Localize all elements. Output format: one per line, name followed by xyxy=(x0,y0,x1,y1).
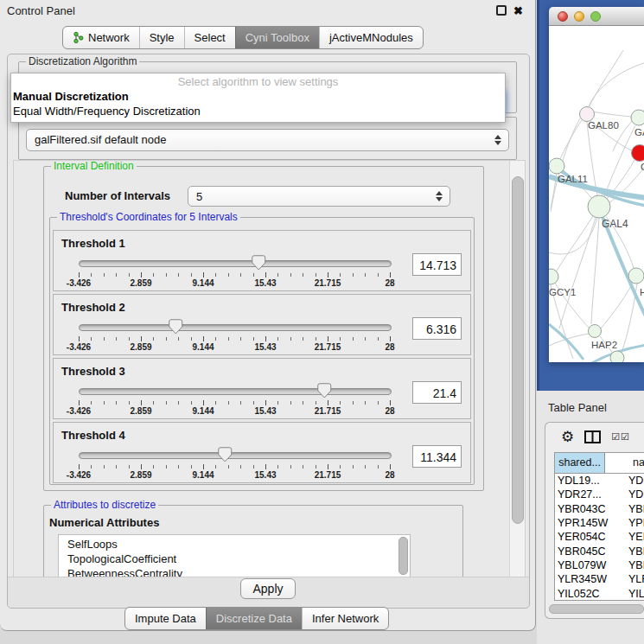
minimize-traffic-light-icon[interactable] xyxy=(574,11,584,22)
network-node-label: C xyxy=(641,162,644,172)
network-node-h[interactable] xyxy=(628,268,644,284)
slider-tick xyxy=(253,273,254,277)
slider-tick xyxy=(303,401,303,405)
tab-style[interactable]: Style xyxy=(139,27,184,48)
algorithm-option-manual[interactable]: Manual Discretization xyxy=(11,89,505,104)
threshold-4-value-field[interactable]: 11.344 xyxy=(412,445,462,468)
slider-tick xyxy=(141,464,142,469)
table-row[interactable]: YLR345WYLR3 xyxy=(555,572,644,586)
network-node[interactable] xyxy=(610,351,624,362)
slider-tick xyxy=(240,337,241,341)
threshold-4-slider[interactable]: -3.4262.8599.14415.4321.71528 xyxy=(79,449,390,480)
attribute-list-item[interactable]: SelfLoops xyxy=(59,537,410,552)
horizontal-scrollbar-thumb[interactable] xyxy=(549,604,644,614)
table-row[interactable]: YER054CYER0 xyxy=(555,530,644,544)
threshold-3-slider[interactable]: -3.4262.8599.14415.4321.71528 xyxy=(79,385,390,416)
slider-tick xyxy=(228,337,229,341)
vertical-scrollbar[interactable] xyxy=(509,161,525,577)
network-node-gal11[interactable] xyxy=(549,158,564,174)
attribute-list-item[interactable]: TopologicalCoefficient xyxy=(59,552,410,566)
slider-track[interactable] xyxy=(79,388,392,395)
tab-cyni-toolbox[interactable]: Cyni Toolbox xyxy=(235,27,319,48)
threshold-1-slider[interactable]: -3.4262.8599.14415.4321.71528 xyxy=(79,257,390,288)
slider-tick xyxy=(390,336,391,341)
slider-tick-label: 15.43 xyxy=(254,470,276,480)
slider-tick xyxy=(153,401,154,405)
slider-tick xyxy=(104,273,105,277)
table-data-select[interactable]: galFiltered.sif default node xyxy=(26,129,509,151)
slider-tick xyxy=(178,465,179,469)
slider-tick xyxy=(178,273,179,277)
table-row[interactable]: YIL052CYIL0 xyxy=(555,586,644,600)
slider-tick xyxy=(153,465,154,469)
table-row[interactable]: YDL19...YDL1 xyxy=(555,474,644,488)
slider-thumb[interactable] xyxy=(317,383,332,399)
algorithm-group-title: Discretization Algorithm xyxy=(26,55,139,67)
tab-select[interactable]: Select xyxy=(184,27,235,48)
threshold-3-value-field[interactable]: 21.4 xyxy=(412,381,462,404)
slider-tick xyxy=(253,337,254,341)
tab-jactivemnodules[interactable]: jActiveMNodules xyxy=(319,27,423,48)
algorithm-placeholder-option[interactable]: Select algorithm to view settings xyxy=(11,75,505,89)
list-scrollbar-thumb[interactable] xyxy=(399,537,408,575)
slider-tick xyxy=(191,337,192,341)
slider-track[interactable] xyxy=(79,260,392,267)
tab-network[interactable]: Network xyxy=(63,27,139,48)
slider-tick xyxy=(316,273,316,277)
table-row[interactable]: YDR27...YDR2 xyxy=(555,488,644,501)
checkbox-columns-icon[interactable]: ☑☑ xyxy=(611,431,630,443)
network-node-hap2[interactable] xyxy=(589,325,602,338)
node-table-card: ⚙ ☑☑ shared... na YDL19...YDL1YDR27...YD… xyxy=(545,422,644,619)
vertical-scrollbar-thumb[interactable] xyxy=(512,176,524,524)
close-icon[interactable]: ✖ xyxy=(513,6,523,16)
column-header-shared-name[interactable]: shared... xyxy=(555,453,605,473)
table-row[interactable]: YBL079WYBL0 xyxy=(555,558,644,572)
slider-tick xyxy=(178,401,179,405)
num-intervals-value: 5 xyxy=(196,190,202,203)
float-icon[interactable] xyxy=(496,5,507,16)
table-row[interactable]: YPR145WYPR1 xyxy=(555,516,644,530)
network-node-c[interactable] xyxy=(632,145,644,162)
node-table: shared... na YDL19...YDL1YDR27...YDR2YBR… xyxy=(554,452,644,601)
table-row[interactable]: YBR043CYBR0 xyxy=(555,502,644,516)
close-traffic-light-icon[interactable] xyxy=(558,11,568,22)
tab-discretize-data[interactable]: Discretize Data xyxy=(206,608,302,629)
gear-icon[interactable]: ⚙ xyxy=(561,430,574,444)
slider-thumb[interactable] xyxy=(218,447,233,463)
network-window-titlebar[interactable] xyxy=(549,7,644,26)
apply-button[interactable]: Apply xyxy=(240,578,296,599)
network-canvas[interactable]: GAL80GACGAL11GAL4GCY1HHAP2 xyxy=(549,26,644,362)
slider-tick xyxy=(203,272,204,277)
network-node-gcy1[interactable] xyxy=(549,269,558,284)
network-node-gal80[interactable] xyxy=(580,107,595,122)
slider-thumb[interactable] xyxy=(252,255,266,271)
slider-tick xyxy=(91,337,92,341)
slider-thumb[interactable] xyxy=(169,319,183,335)
num-intervals-select[interactable]: 5 xyxy=(188,186,450,207)
network-node-ga[interactable] xyxy=(631,110,644,125)
tab-impute-data[interactable]: Impute Data xyxy=(125,608,206,629)
slider-tick-label: -3.426 xyxy=(67,342,91,352)
slider-track[interactable] xyxy=(79,452,392,459)
slider-track[interactable] xyxy=(79,324,392,331)
slider-tick xyxy=(91,465,92,469)
tab-network-label: Network xyxy=(88,31,130,44)
threshold-2-value-field[interactable]: 6.316 xyxy=(412,317,462,340)
zoom-traffic-light-icon[interactable] xyxy=(590,11,601,22)
algorithm-option-equal-width[interactable]: Equal Width/Frequency Discretization xyxy=(11,104,505,118)
threshold-1-value-field[interactable]: 14.713 xyxy=(412,253,462,276)
slider-tick xyxy=(290,401,291,405)
tab-infer-network[interactable]: Infer Network xyxy=(302,608,388,629)
network-node-gal4[interactable] xyxy=(588,195,610,218)
columns-icon[interactable] xyxy=(584,430,601,443)
slider-tick xyxy=(141,272,142,277)
slider-tick xyxy=(253,401,254,405)
network-node-label: GCY1 xyxy=(549,287,576,297)
network-icon xyxy=(73,31,84,44)
column-header-name[interactable]: na xyxy=(605,453,644,473)
cell-shared-name: YER054C xyxy=(555,531,618,543)
numerical-attributes-list[interactable]: SelfLoopsTopologicalCoefficientBetweenne… xyxy=(58,534,411,578)
network-edge xyxy=(587,122,597,195)
table-row[interactable]: YBR045CYBR0 xyxy=(555,544,644,558)
threshold-2-slider[interactable]: -3.4262.8599.14415.4321.71528 xyxy=(79,321,390,352)
